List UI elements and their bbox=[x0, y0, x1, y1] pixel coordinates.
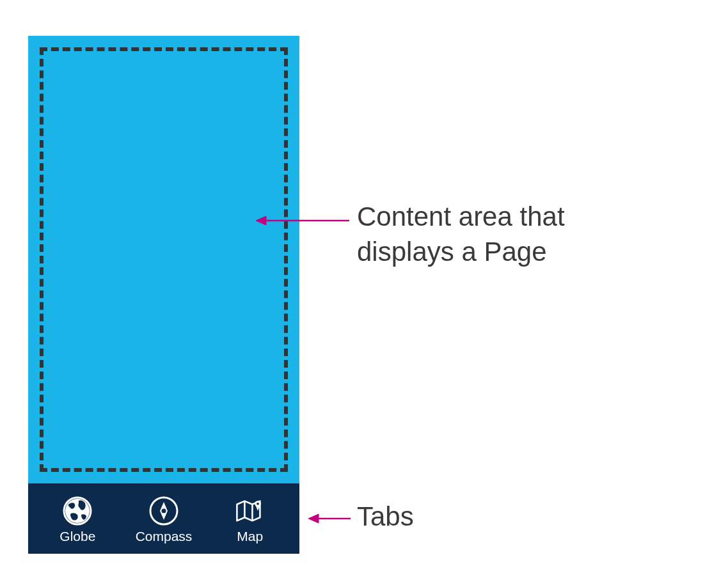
annotation-text: Content area that bbox=[357, 201, 565, 231]
annotation-text-bold: Page bbox=[484, 237, 546, 267]
arrow-content bbox=[255, 211, 351, 230]
compass-icon bbox=[148, 496, 179, 526]
annotation-tabs: Tabs bbox=[357, 501, 414, 532]
annotation-content-area: Content area that displays a Page bbox=[357, 199, 565, 269]
globe-icon bbox=[62, 496, 93, 526]
tab-bar: Globe Compass bbox=[28, 483, 299, 554]
tab-compass[interactable]: Compass bbox=[121, 489, 207, 544]
annotation-text: Tabs bbox=[357, 501, 414, 531]
tab-label: Globe bbox=[59, 529, 95, 544]
phone-frame: Globe Compass bbox=[28, 36, 299, 554]
svg-point-1 bbox=[65, 499, 90, 523]
map-icon bbox=[235, 496, 265, 526]
tab-globe[interactable]: Globe bbox=[35, 489, 121, 544]
svg-point-3 bbox=[162, 509, 166, 513]
svg-point-7 bbox=[257, 503, 259, 505]
tab-map[interactable]: Map bbox=[207, 489, 293, 544]
svg-marker-9 bbox=[256, 216, 266, 225]
tab-label: Compass bbox=[136, 529, 193, 544]
content-area bbox=[28, 36, 299, 483]
svg-marker-11 bbox=[308, 514, 319, 523]
annotation-text: displays a bbox=[357, 237, 484, 267]
page-content-placeholder bbox=[40, 47, 288, 472]
arrow-tabs bbox=[307, 509, 352, 528]
tab-label: Map bbox=[237, 529, 263, 544]
